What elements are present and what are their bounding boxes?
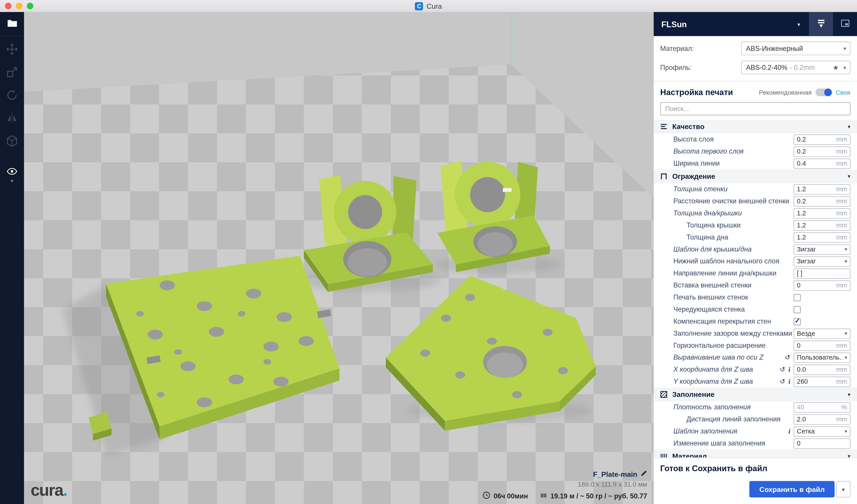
setting-row: Шаблон для крышки/днаЗигзаг▾	[654, 243, 857, 255]
setting-row: Дистанция линий заполнения2.0mm	[654, 413, 857, 425]
reset-icon[interactable]: ↺	[780, 378, 785, 385]
close-window-button[interactable]	[5, 3, 11, 9]
setting-row: Высота слоя0.2mm	[654, 133, 857, 146]
print-time: 06ч 00мин	[493, 492, 528, 500]
rotate-tool-button[interactable]	[5, 90, 18, 103]
save-options-dropdown[interactable]: ▾	[836, 481, 851, 497]
setting-checkbox[interactable]	[794, 306, 801, 313]
setting-checkbox[interactable]	[794, 294, 801, 301]
setting-value-input[interactable]: 0.2mm	[794, 146, 851, 157]
per-model-settings-button[interactable]	[5, 135, 18, 149]
chevron-down-icon: ▾	[845, 355, 847, 360]
setting-value-input[interactable]: 1.2mm	[794, 220, 851, 231]
setting-checkbox[interactable]	[794, 318, 801, 325]
section-header[interactable]: Качество▾	[654, 120, 857, 133]
search-input[interactable]	[660, 102, 850, 115]
setting-dropdown[interactable]: Зигзаг▾	[794, 256, 851, 267]
setting-value-input[interactable]: 0.4mm	[794, 158, 851, 169]
zoom-window-button[interactable]	[27, 3, 33, 9]
rename-pencil-icon[interactable]	[640, 470, 647, 478]
material-label: Материал:	[660, 45, 694, 52]
cura-logo: cura.	[31, 481, 67, 500]
quality-icon	[660, 123, 668, 130]
setting-row: Вставка внешней стенки0mm	[654, 279, 857, 291]
per-model-settings-icon	[6, 135, 18, 149]
reset-icon[interactable]: ↺	[780, 366, 785, 373]
setting-value-input[interactable]: 0	[794, 438, 851, 449]
reset-icon[interactable]: ↺	[785, 354, 790, 361]
view-options-button[interactable]: ▾	[0, 167, 24, 184]
setting-value-input[interactable]: 260mm	[794, 376, 851, 387]
setting-value-input[interactable]: 2.0mm	[794, 414, 851, 424]
setting-row: Толщина дна/крышки1.2mm	[654, 207, 857, 219]
clock-icon	[483, 491, 490, 501]
chevron-down-icon: ▾	[845, 331, 847, 336]
eye-icon	[6, 167, 17, 177]
setting-value-input[interactable]: 0.2mm	[794, 196, 851, 206]
setting-dropdown[interactable]: Сетка▾	[794, 426, 851, 437]
section-header[interactable]: Ограждение▾	[654, 169, 857, 183]
chevron-down-icon: ▾	[845, 258, 847, 264]
chevron-down-icon: ▾	[844, 65, 846, 70]
chevron-down-icon: ▾	[11, 178, 13, 184]
setting-value-input[interactable]: 0.2mm	[794, 134, 851, 145]
setup-mode-toggle[interactable]	[816, 88, 832, 96]
profile-dropdown[interactable]: ABS-0.2-40%- 0.2mm ★ ▾	[741, 61, 851, 74]
setting-value-input[interactable]: 0mm	[794, 280, 851, 291]
setting-row: Высота первого слоя0.2mm	[654, 145, 857, 157]
chevron-down-icon: ▾	[845, 429, 847, 434]
setting-value-input[interactable]: 1.2mm	[794, 184, 851, 195]
material-icon	[660, 452, 668, 457]
printer-selector[interactable]: FLSun	[661, 19, 687, 29]
printer-header: FLSun ▾	[654, 12, 857, 36]
output-footer: Готов к Сохранить в файл Сохранить в фай…	[654, 457, 857, 504]
cura-app-icon: C	[415, 2, 423, 10]
material-dropdown[interactable]: ABS-Инженерный ▾	[741, 41, 851, 55]
setting-row: Компенсация перекрытия стен	[654, 315, 857, 327]
scale-tool-button[interactable]	[5, 67, 18, 80]
tab-print-settings[interactable]	[809, 12, 833, 36]
minimize-window-button[interactable]	[16, 3, 22, 9]
setting-row: Ширина линии0.4mm	[654, 157, 857, 169]
setting-value-input[interactable]: 40%	[794, 402, 851, 413]
info-icon[interactable]: i	[789, 427, 790, 436]
setting-row: Печать внешних стенок	[654, 291, 857, 303]
custom-label[interactable]: Своя	[836, 89, 851, 95]
save-to-file-button[interactable]: Сохранить в файл	[750, 481, 835, 497]
setting-value-input[interactable]: 0.0mm	[794, 364, 851, 375]
viewport-3d[interactable]: cura. F_Plate-main 189.0 x 111.9 x 31.0 …	[24, 12, 654, 504]
chevron-down-icon[interactable]: ▾	[797, 21, 800, 27]
setting-value-input[interactable]: 0mm	[794, 340, 851, 351]
material-usage: 19.19 м / ~ 50 гр / ~ руб. 50.77	[550, 492, 647, 500]
star-icon[interactable]: ★	[833, 64, 839, 71]
setting-row: X координата для Z шва↺i0.0mm	[654, 364, 857, 376]
window-controls	[5, 3, 33, 9]
setting-value-input[interactable]: 1.2mm	[794, 208, 851, 219]
scene-models	[24, 12, 654, 504]
section-header[interactable]: Заполнение▾	[654, 387, 857, 401]
chevron-down-icon: ▾	[847, 123, 850, 130]
setting-dropdown[interactable]: Везде▾	[794, 328, 851, 339]
mirror-tool-icon	[6, 112, 18, 126]
chevron-down-icon: ▾	[847, 173, 850, 179]
model-motor-mount-right[interactable]	[437, 161, 550, 272]
profile-layer-height: - 0.2mm	[790, 64, 814, 71]
move-tool-button[interactable]	[5, 44, 18, 57]
info-icon[interactable]: i	[789, 365, 790, 374]
status-text: Готов к Сохранить в файл	[660, 464, 850, 473]
info-icon[interactable]: i	[789, 377, 790, 386]
setting-row: Горизонтальное расширение0mm	[654, 339, 857, 352]
section-header[interactable]: Материал▾	[654, 449, 857, 457]
tab-preview[interactable]	[833, 12, 857, 36]
open-file-button[interactable]	[0, 12, 24, 37]
tool-buttons	[0, 44, 24, 149]
setting-row: Заполнение зазоров между стенкамиВезде▾	[654, 327, 857, 339]
mirror-tool-button[interactable]	[5, 113, 18, 126]
rotate-tool-icon	[6, 89, 18, 103]
setting-dropdown[interactable]: Пользователь...▾	[794, 352, 851, 363]
setting-value-input[interactable]: [ ]	[794, 268, 851, 279]
setting-value-input[interactable]: 1.2mm	[794, 232, 851, 242]
setting-dropdown[interactable]: Зигзаг▾	[794, 244, 851, 254]
model-motor-mount-left[interactable]	[304, 175, 433, 292]
move-tool-icon	[6, 43, 18, 57]
